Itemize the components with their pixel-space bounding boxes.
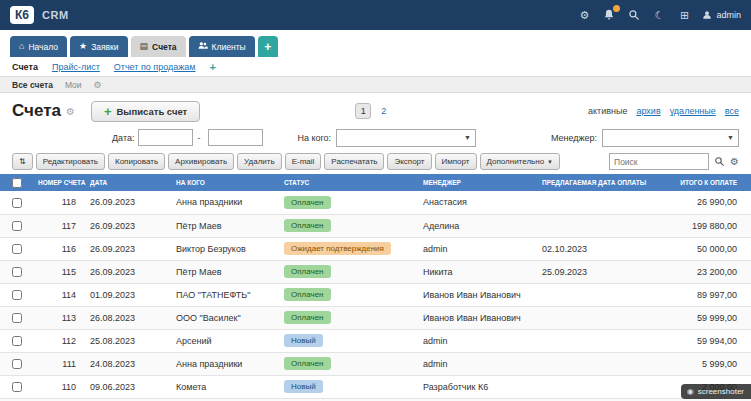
header-invoice-number[interactable]: НОМЕР СЧЕТА▼ bbox=[34, 174, 86, 191]
user-menu[interactable]: admin bbox=[702, 10, 741, 20]
search-icon[interactable] bbox=[714, 156, 725, 167]
sort-button[interactable]: ⇅ bbox=[12, 153, 33, 170]
screenshoter-label: screenshoter bbox=[698, 387, 744, 396]
table-row[interactable]: 114 01.09.2023 ПАО "ТАТНЕФТЬ" Оплачен Ив… bbox=[0, 283, 751, 306]
chevron-down-icon: ▼ bbox=[547, 159, 553, 165]
create-invoice-button[interactable]: + Выписать счет bbox=[91, 101, 200, 122]
header-manager[interactable]: МЕНЕДЖЕР bbox=[419, 174, 538, 191]
print-button[interactable]: Распечатать bbox=[324, 153, 384, 170]
header-total[interactable]: ИТОГО К ОПЛАТЕ bbox=[675, 174, 751, 191]
table-row[interactable]: 116 26.09.2023 Виктор Безруков Ожидает п… bbox=[0, 237, 751, 260]
more-button[interactable]: Дополнительно ▼ bbox=[480, 153, 561, 170]
subnav-add-button[interactable]: + bbox=[210, 61, 216, 73]
plus-icon: + bbox=[104, 105, 112, 118]
subnav-invoices[interactable]: Счета bbox=[12, 62, 38, 72]
date-range-separator: - bbox=[197, 133, 200, 143]
chevron-down-icon: ▼ bbox=[727, 134, 734, 141]
select-all-checkbox-cell bbox=[0, 174, 34, 191]
tab-home[interactable]: ⌂ Начало bbox=[10, 36, 67, 57]
row-checkbox[interactable] bbox=[12, 267, 22, 277]
notifications-bell-icon[interactable] bbox=[602, 8, 616, 22]
tab-invoices-label: Счета bbox=[152, 42, 176, 52]
search-input[interactable] bbox=[609, 153, 709, 170]
filter-deleted-link[interactable]: удаленные bbox=[670, 106, 716, 116]
table-settings-gear-icon[interactable]: ⚙ bbox=[730, 156, 739, 167]
table-row[interactable]: 118 26.09.2023 Анна праздники Оплачен Ан… bbox=[0, 191, 751, 214]
row-checkbox[interactable] bbox=[12, 198, 22, 208]
tab-requests[interactable]: ★ Заявки bbox=[70, 36, 128, 57]
manager-filter-label: Менеджер: bbox=[551, 133, 597, 143]
row-checkbox[interactable] bbox=[12, 359, 22, 369]
create-invoice-label: Выписать счет bbox=[117, 106, 188, 117]
copy-button[interactable]: Копировать bbox=[108, 153, 165, 170]
pagination-page-1[interactable]: 1 bbox=[355, 103, 371, 119]
tab-clients-label: Клиенты bbox=[212, 42, 246, 52]
table-row[interactable]: 115 26.09.2023 Пётр Маев Оплачен Никита … bbox=[0, 260, 751, 283]
table-row[interactable]: 113 26.08.2023 ООО "Василек" Оплачен Ива… bbox=[0, 306, 751, 329]
row-checkbox[interactable] bbox=[12, 382, 22, 392]
delete-button[interactable]: Удалить bbox=[237, 153, 282, 170]
archive-button[interactable]: Архивировать bbox=[168, 153, 234, 170]
settings-gear-icon[interactable]: ⚙ bbox=[577, 8, 591, 22]
tab-invoices[interactable]: ▤ Счета bbox=[131, 36, 186, 57]
chevron-down-icon: ▼ bbox=[464, 134, 471, 141]
date-to-input[interactable] bbox=[208, 129, 263, 146]
email-button[interactable]: E-mail bbox=[285, 153, 322, 170]
view-gear-icon[interactable]: ⚙ bbox=[94, 80, 102, 90]
filter-archive-link[interactable]: архив bbox=[636, 106, 660, 116]
screenshoter-watermark: ◉ screenshoter bbox=[681, 384, 751, 399]
import-button[interactable]: Импорт bbox=[435, 153, 477, 170]
pagination: 1 2 bbox=[355, 103, 386, 119]
table-row[interactable]: 117 26.09.2023 Пётр Маев Оплачен Аделина… bbox=[0, 214, 751, 237]
table-row[interactable]: 111 24.08.2023 Анна праздники Оплачен ad… bbox=[0, 352, 751, 375]
app-name: CRM bbox=[42, 9, 69, 21]
home-icon: ⌂ bbox=[19, 42, 24, 51]
edit-button[interactable]: Редактировать bbox=[36, 153, 105, 170]
page-title: Счета bbox=[12, 101, 61, 121]
filter-all-link[interactable]: все bbox=[725, 106, 739, 116]
add-tab-button[interactable]: + bbox=[258, 36, 278, 57]
header-date[interactable]: ДАТА bbox=[86, 174, 172, 191]
app-logo[interactable]: К6 bbox=[10, 6, 34, 24]
pagination-page-2[interactable]: 2 bbox=[381, 106, 386, 116]
tab-clients[interactable]: Клиенты bbox=[189, 36, 255, 57]
invoice-doc-icon: ▤ bbox=[140, 42, 149, 51]
manager-select[interactable]: ▼ bbox=[602, 129, 739, 147]
topbar-actions: ⚙ ☾ ⊞ admin bbox=[577, 8, 741, 22]
subnav-sales-report[interactable]: Отчет по продажам bbox=[114, 62, 196, 72]
search-icon[interactable] bbox=[627, 8, 641, 22]
date-from-input[interactable] bbox=[138, 129, 193, 146]
view-bar: Все счета Мои ⚙ bbox=[0, 76, 751, 93]
header-status[interactable]: СТАТУС bbox=[280, 174, 419, 191]
user-icon bbox=[702, 10, 712, 20]
header-client[interactable]: НА КОГО bbox=[172, 174, 280, 191]
title-gear-icon[interactable]: ⚙ bbox=[66, 106, 75, 117]
table-row[interactable]: 112 25.08.2023 Арсений Новый admin 59 99… bbox=[0, 329, 751, 352]
header-due-date[interactable]: ПРЕДЛАГАЕМАЯ ДАТА ОПЛАТЫ bbox=[538, 174, 675, 191]
table-header-row: НОМЕР СЧЕТА▼ ДАТА НА КОГО СТАТУС МЕНЕДЖЕ… bbox=[0, 174, 751, 191]
star-icon: ★ bbox=[79, 42, 87, 51]
row-checkbox[interactable] bbox=[12, 290, 22, 300]
filter-active-link[interactable]: активные bbox=[588, 106, 627, 116]
view-all-invoices[interactable]: Все счета bbox=[12, 80, 53, 90]
theme-moon-icon[interactable]: ☾ bbox=[652, 8, 666, 22]
filters-row: Дата: - На кого: ▼ Менеджер: ▼ bbox=[0, 125, 751, 150]
actions-toolbar: ⇅ Редактировать Копировать Архивировать … bbox=[0, 150, 751, 174]
row-checkbox[interactable] bbox=[12, 313, 22, 323]
export-button[interactable]: Экспорт bbox=[387, 153, 431, 170]
recipient-select[interactable]: ▼ bbox=[336, 129, 476, 147]
topbar: К6 CRM ⚙ ☾ ⊞ admin bbox=[0, 0, 751, 30]
date-filter-label: Дата: bbox=[112, 133, 134, 143]
apps-grid-icon[interactable]: ⊞ bbox=[677, 8, 691, 22]
search-area: ⚙ bbox=[609, 153, 739, 170]
table-row[interactable]: 110 09.06.2023 Комета Новый Разработчик … bbox=[0, 375, 751, 398]
row-checkbox[interactable] bbox=[12, 221, 22, 231]
subnav-pricelist[interactable]: Прайс-лист bbox=[52, 62, 100, 72]
view-my-invoices[interactable]: Мои bbox=[65, 80, 82, 90]
row-checkbox[interactable] bbox=[12, 244, 22, 254]
select-all-checkbox[interactable] bbox=[12, 178, 22, 188]
status-badge: Оплачен bbox=[284, 311, 331, 324]
people-icon bbox=[198, 41, 208, 52]
row-checkbox[interactable] bbox=[12, 336, 22, 346]
tab-home-label: Начало bbox=[28, 42, 58, 52]
